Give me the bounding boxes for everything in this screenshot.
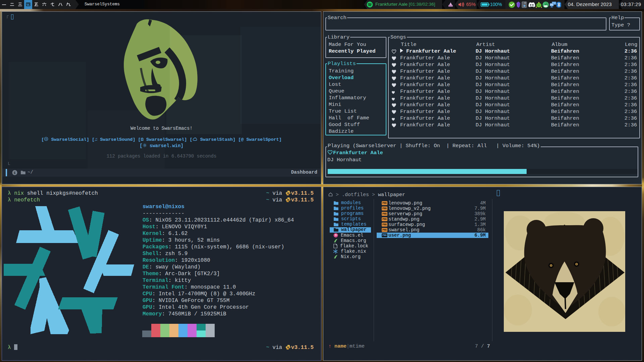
svg-text:E: E (14, 171, 16, 175)
